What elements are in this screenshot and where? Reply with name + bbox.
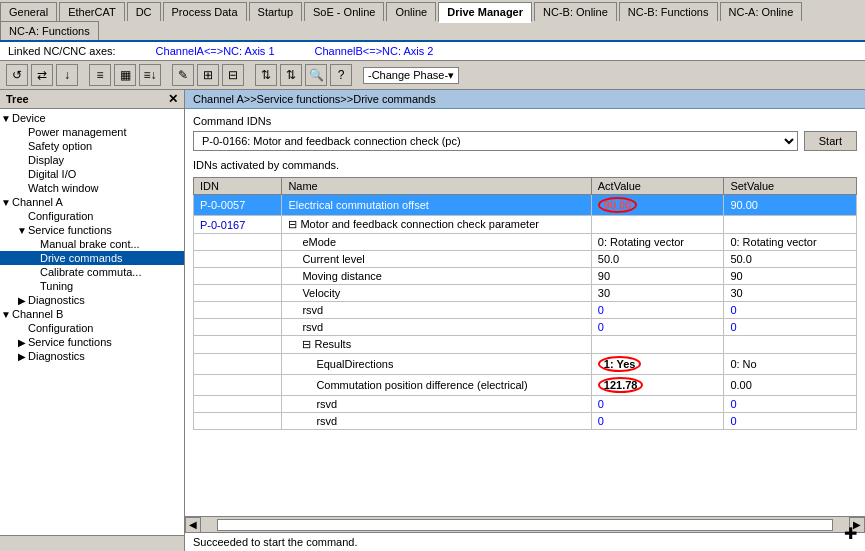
cell-setvalue: 0: No bbox=[724, 354, 857, 375]
sidebar-item-power-management[interactable]: Power management bbox=[0, 125, 184, 139]
tree-expander[interactable]: ▼ bbox=[0, 113, 12, 124]
command-select[interactable]: P-0-0166: Motor and feedback connection … bbox=[193, 131, 798, 151]
sidebar-item-service-functions[interactable]: ▼Service functions bbox=[0, 223, 184, 237]
tree-expander[interactable]: ▼ bbox=[16, 225, 28, 236]
sidebar-item-label: Service functions bbox=[28, 336, 112, 348]
table-row[interactable]: Moving distance9090 bbox=[194, 268, 857, 285]
sidebar-item-diagnostics-b[interactable]: ▶Diagnostics bbox=[0, 349, 184, 363]
table-row[interactable]: rsvd00 bbox=[194, 319, 857, 336]
tab-online[interactable]: Online bbox=[386, 2, 436, 21]
cell-actvalue: 0 bbox=[591, 396, 724, 413]
sidebar-item-label: Safety option bbox=[28, 140, 92, 152]
tab-nc-a--functions[interactable]: NC-A: Functions bbox=[0, 21, 99, 40]
rows-btn[interactable]: ⊟ bbox=[222, 64, 244, 86]
sidebar-item-service-functions-b[interactable]: ▶Service functions bbox=[0, 335, 184, 349]
sidebar-item-channel-a[interactable]: ▼Channel A bbox=[0, 195, 184, 209]
cols-btn[interactable]: ⊞ bbox=[197, 64, 219, 86]
sidebar-item-digital-io[interactable]: Digital I/O bbox=[0, 167, 184, 181]
sidebar-item-channel-b[interactable]: ▼Channel B bbox=[0, 307, 184, 321]
hscroll-track[interactable] bbox=[217, 519, 833, 531]
tab-process-data[interactable]: Process Data bbox=[163, 2, 247, 21]
tree-area: ▼DevicePower managementSafety optionDisp… bbox=[0, 109, 184, 535]
tab-ethercat[interactable]: EtherCAT bbox=[59, 2, 124, 21]
cell-idn bbox=[194, 302, 282, 319]
status-bar: Succeeded to start the command. bbox=[185, 532, 865, 551]
horizontal-scrollbar[interactable]: ◀ ▶ bbox=[185, 516, 865, 532]
sidebar-item-device[interactable]: ▼Device bbox=[0, 111, 184, 125]
sidebar-item-label: Display bbox=[28, 154, 64, 166]
tab-general[interactable]: General bbox=[0, 2, 57, 21]
table-header-row: IDN Name ActValue SetValue bbox=[194, 178, 857, 195]
cell-name: ⊟ Results bbox=[282, 336, 591, 354]
sidebar-item-watch-window[interactable]: Watch window bbox=[0, 181, 184, 195]
table-row[interactable]: P-0-0057Electrical commutation offset90.… bbox=[194, 195, 857, 216]
help-btn[interactable]: ? bbox=[330, 64, 352, 86]
edit-btn[interactable]: ✎ bbox=[172, 64, 194, 86]
sidebar-scrollbar[interactable] bbox=[0, 535, 184, 551]
table-row[interactable]: rsvd00 bbox=[194, 413, 857, 430]
tab-nc-b--online[interactable]: NC-B: Online bbox=[534, 2, 617, 21]
tab-soe---online[interactable]: SoE - Online bbox=[304, 2, 384, 21]
table-row[interactable]: ⊟ Results bbox=[194, 336, 857, 354]
channel-b-link[interactable]: ChannelB<=>NC: Axis 2 bbox=[315, 45, 434, 57]
start-button[interactable]: Start bbox=[804, 131, 857, 151]
sidebar-item-diagnostics[interactable]: ▶Diagnostics bbox=[0, 293, 184, 307]
table-row[interactable]: Velocity3030 bbox=[194, 285, 857, 302]
status-message: Succeeded to start the command. bbox=[193, 536, 857, 548]
cell-name: Commutation position difference (electri… bbox=[282, 375, 591, 396]
sort-az-btn[interactable]: ⇅ bbox=[255, 64, 277, 86]
tree-expander[interactable]: ▶ bbox=[16, 295, 28, 306]
sidebar: Tree ✕ ▼DevicePower managementSafety opt… bbox=[0, 90, 185, 551]
tree-collapse-icon[interactable]: ⊟ bbox=[302, 338, 314, 350]
data-table: IDN Name ActValue SetValue P-0-0057Elect… bbox=[193, 177, 857, 430]
tree-expander[interactable]: ▼ bbox=[0, 197, 12, 208]
axes-bar: Linked NC/CNC axes: ChannelA<=>NC: Axis … bbox=[0, 42, 865, 61]
sidebar-item-configuration[interactable]: Configuration bbox=[0, 209, 184, 223]
cell-idn bbox=[194, 354, 282, 375]
cell-actvalue: 90.00 bbox=[591, 195, 724, 216]
search-btn[interactable]: 🔍 bbox=[305, 64, 327, 86]
sidebar-item-manual-brake[interactable]: Manual brake cont... bbox=[0, 237, 184, 251]
tab-nc-b--functions[interactable]: NC-B: Functions bbox=[619, 2, 718, 21]
sidebar-item-calibrate-commuta[interactable]: Calibrate commuta... bbox=[0, 265, 184, 279]
table-row[interactable]: P-0-0167⊟ Motor and feedback connection … bbox=[194, 216, 857, 234]
tree-expander[interactable]: ▶ bbox=[16, 351, 28, 362]
sidebar-item-display[interactable]: Display bbox=[0, 153, 184, 167]
sidebar-close-btn[interactable]: ✕ bbox=[168, 92, 178, 106]
cell-setvalue: 0: Rotating vector bbox=[724, 234, 857, 251]
table-row[interactable]: rsvd00 bbox=[194, 396, 857, 413]
list-btn[interactable]: ≡ bbox=[89, 64, 111, 86]
download-btn[interactable]: ↓ bbox=[56, 64, 78, 86]
cell-name: ⊟ Motor and feedback connection check pa… bbox=[282, 216, 591, 234]
filter-btn[interactable]: ≡↓ bbox=[139, 64, 161, 86]
channel-a-link[interactable]: ChannelA<=>NC: Axis 1 bbox=[156, 45, 275, 57]
tab-startup[interactable]: Startup bbox=[249, 2, 302, 21]
table-row[interactable]: rsvd00 bbox=[194, 302, 857, 319]
tree-collapse-icon[interactable]: ⊟ bbox=[288, 218, 300, 230]
phase-dropdown[interactable]: -Change Phase- ▾ bbox=[363, 67, 459, 84]
table-row[interactable]: Current level50.050.0 bbox=[194, 251, 857, 268]
command-row: P-0-0166: Motor and feedback connection … bbox=[193, 131, 857, 151]
table-row[interactable]: Commutation position difference (electri… bbox=[194, 375, 857, 396]
cell-idn bbox=[194, 285, 282, 302]
sidebar-item-tuning[interactable]: Tuning bbox=[0, 279, 184, 293]
hscroll-left[interactable]: ◀ bbox=[185, 517, 201, 533]
sort-za-btn[interactable]: ⇅ bbox=[280, 64, 302, 86]
tab-nc-a--online[interactable]: NC-A: Online bbox=[720, 2, 803, 21]
tab-drive-manager[interactable]: Drive Manager bbox=[438, 2, 532, 23]
tree-expander[interactable]: ▼ bbox=[0, 309, 12, 320]
sidebar-item-safety-option[interactable]: Safety option bbox=[0, 139, 184, 153]
table-row[interactable]: EqualDirections1: Yes0: No bbox=[194, 354, 857, 375]
sidebar-title: Tree bbox=[6, 93, 29, 105]
sync-btn[interactable]: ⇄ bbox=[31, 64, 53, 86]
refresh-btn[interactable]: ↺ bbox=[6, 64, 28, 86]
tab-dc[interactable]: DC bbox=[127, 2, 161, 21]
cell-setvalue: 0.00 bbox=[724, 375, 857, 396]
tree-expander[interactable]: ▶ bbox=[16, 337, 28, 348]
cell-actvalue: 50.0 bbox=[591, 251, 724, 268]
sidebar-item-configuration-b[interactable]: Configuration bbox=[0, 321, 184, 335]
section-label: Command IDNs bbox=[193, 115, 857, 127]
table-btn[interactable]: ▦ bbox=[114, 64, 136, 86]
table-row[interactable]: eMode0: Rotating vector0: Rotating vecto… bbox=[194, 234, 857, 251]
sidebar-item-drive-commands[interactable]: Drive commands bbox=[0, 251, 184, 265]
